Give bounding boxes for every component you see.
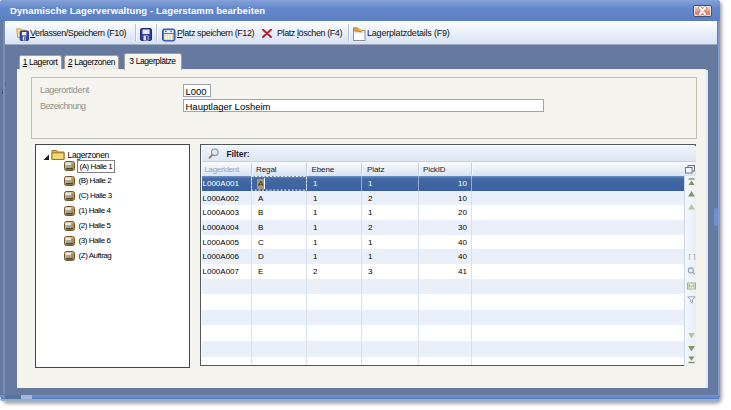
svg-text:[]: []	[687, 253, 696, 260]
